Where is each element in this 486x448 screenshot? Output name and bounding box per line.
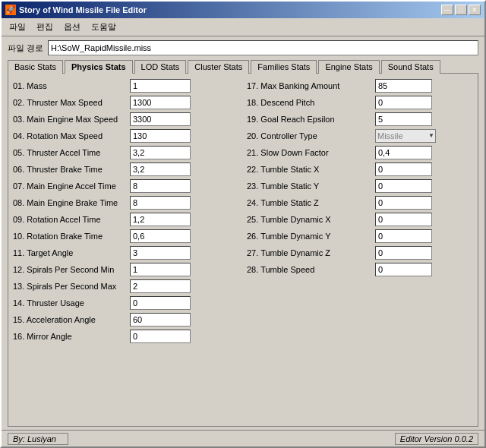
- field-row-18: 18. Descend Pitch: [247, 95, 473, 109]
- file-path-label: 파일 경로: [8, 43, 43, 54]
- field-row-10: 10. Rotation Brake Time: [13, 229, 239, 243]
- tab-cluster-stats[interactable]: Cluster Stats: [188, 60, 249, 74]
- field-input-04[interactable]: [130, 129, 191, 143]
- tab-physics-stats[interactable]: Physics Stats: [65, 60, 133, 74]
- field-input-07[interactable]: [130, 179, 191, 193]
- window-title: Story of Wind Missile File Editor: [19, 5, 147, 14]
- field-label-15: 15. Acceleration Angle: [13, 315, 127, 324]
- field-label-09: 09. Rotation Accel Time: [13, 215, 127, 224]
- field-input-05[interactable]: [130, 146, 191, 159]
- app-icon: 🚀: [5, 5, 16, 15]
- field-label-22: 22. Tumble Static X: [247, 165, 372, 174]
- field-row-13: 13. Spirals Per Second Max: [13, 279, 239, 293]
- field-input-02[interactable]: [130, 96, 191, 109]
- field-row-07: 07. Main Engine Accel Time: [13, 178, 239, 193]
- field-input-16[interactable]: [130, 330, 191, 343]
- field-label-06: 06. Thruster Brake Time: [13, 165, 127, 174]
- field-input-06[interactable]: [130, 162, 191, 176]
- field-input-21[interactable]: [375, 146, 432, 159]
- field-label-24: 24. Tumble Static Z: [247, 198, 372, 207]
- field-row-24: 24. Tumble Static Z: [247, 195, 473, 210]
- field-input-25[interactable]: [375, 213, 432, 226]
- field-label-10: 10. Rotation Brake Time: [13, 232, 127, 241]
- field-input-28[interactable]: [375, 263, 432, 276]
- maximize-button[interactable]: □: [455, 5, 467, 15]
- close-button[interactable]: ✕: [469, 5, 481, 15]
- menu-file[interactable]: 파일: [5, 20, 30, 34]
- field-label-21: 21. Slow Down Factor: [247, 148, 372, 157]
- field-label-12: 12. Spirals Per Second Min: [13, 265, 127, 274]
- main-window: 🚀 Story of Wind Missile File Editor — □ …: [0, 0, 486, 448]
- field-label-08: 08. Main Engine Brake Time: [13, 198, 127, 207]
- status-author: By: Lusiyan: [8, 433, 68, 445]
- field-label-25: 25. Tumble Dynamic X: [247, 215, 372, 224]
- field-input-27[interactable]: [375, 246, 432, 260]
- field-label-05: 05. Thruster Accel Time: [13, 148, 127, 157]
- menu-help[interactable]: 도움말: [87, 20, 121, 34]
- field-input-14[interactable]: [130, 296, 191, 310]
- file-path-row: 파일 경로: [2, 36, 484, 59]
- field-row-17: 17. Max Banking Amount: [247, 78, 473, 93]
- status-bar: By: Lusiyan Editor Version 0.0.2: [2, 430, 484, 446]
- field-row-06: 06. Thruster Brake Time: [13, 162, 239, 176]
- field-input-13[interactable]: [130, 279, 191, 293]
- field-input-19[interactable]: [375, 112, 432, 126]
- field-label-14: 14. Thruster Usage: [13, 298, 127, 308]
- left-column: 01. Mass 02. Thruster Max Speed 03. Main…: [13, 78, 239, 421]
- menu-options[interactable]: 옵션: [59, 20, 85, 34]
- field-row-03: 03. Main Engine Max Speed: [13, 112, 239, 126]
- field-label-20: 20. Controller Type: [247, 131, 372, 140]
- field-row-19: 19. Goal Reach Epsilon: [247, 112, 473, 126]
- field-row-28: 28. Tumble Speed: [247, 262, 473, 276]
- minimize-button[interactable]: —: [441, 5, 453, 15]
- field-input-15[interactable]: [130, 313, 191, 327]
- field-input-01[interactable]: [130, 79, 191, 93]
- field-label-01: 01. Mass: [13, 81, 127, 90]
- field-row-21: 21. Slow Down Factor: [247, 145, 473, 159]
- file-path-input[interactable]: [48, 40, 478, 55]
- field-label-13: 13. Spirals Per Second Max: [13, 282, 127, 291]
- field-input-03[interactable]: [130, 112, 191, 126]
- field-label-18: 18. Descend Pitch: [247, 98, 372, 107]
- field-label-07: 07. Main Engine Accel Time: [13, 181, 127, 191]
- controller-type-select[interactable]: Missile: [375, 129, 436, 143]
- field-row-02: 02. Thruster Max Speed: [13, 95, 239, 109]
- title-bar: 🚀 Story of Wind Missile File Editor — □ …: [2, 2, 484, 18]
- field-input-17[interactable]: [375, 79, 432, 93]
- field-input-10[interactable]: [130, 229, 191, 243]
- field-row-20: 20. Controller Type Missile ▼: [247, 128, 473, 143]
- field-input-11[interactable]: [130, 246, 191, 260]
- field-input-23[interactable]: [375, 179, 432, 193]
- field-row-04: 04. Rotation Max Speed: [13, 128, 239, 143]
- tab-lod-stats[interactable]: LOD Stats: [134, 60, 187, 74]
- field-row-16: 16. Mirror Angle: [13, 329, 239, 343]
- field-input-24[interactable]: [375, 196, 432, 210]
- field-row-08: 08. Main Engine Brake Time: [13, 195, 239, 210]
- field-input-22[interactable]: [375, 162, 432, 176]
- field-label-11: 11. Target Angle: [13, 248, 127, 257]
- field-row-22: 22. Tumble Static X: [247, 162, 473, 176]
- controller-type-wrapper: Missile ▼: [375, 129, 436, 143]
- tab-engine-stats[interactable]: Engine Stats: [318, 60, 379, 74]
- field-label-04: 04. Rotation Max Speed: [13, 131, 127, 140]
- field-input-12[interactable]: [130, 263, 191, 276]
- field-input-18[interactable]: [375, 96, 432, 109]
- field-label-23: 23. Tumble Static Y: [247, 181, 372, 191]
- tab-basic-stats[interactable]: Basic Stats: [8, 60, 63, 74]
- field-row-15: 15. Acceleration Angle: [13, 312, 239, 327]
- tab-families-stats[interactable]: Families Stats: [251, 60, 317, 74]
- field-input-08[interactable]: [130, 196, 191, 210]
- field-label-27: 27. Tumble Dynamic Z: [247, 248, 372, 257]
- tabs-row: Basic Stats Physics Stats LOD Stats Clus…: [2, 59, 484, 73]
- field-label-26: 26. Tumble Dynamic Y: [247, 232, 372, 241]
- field-row-09: 09. Rotation Accel Time: [13, 212, 239, 226]
- field-row-27: 27. Tumble Dynamic Z: [247, 245, 473, 260]
- menu-edit[interactable]: 편집: [32, 20, 58, 34]
- field-input-09[interactable]: [130, 213, 191, 226]
- field-label-02: 02. Thruster Max Speed: [13, 98, 127, 107]
- content-area: 01. Mass 02. Thruster Max Speed 03. Main…: [8, 73, 478, 427]
- field-input-26[interactable]: [375, 229, 432, 243]
- title-bar-left: 🚀 Story of Wind Missile File Editor: [5, 5, 147, 15]
- tab-sound-stats[interactable]: Sound Stats: [381, 60, 440, 74]
- field-row-25: 25. Tumble Dynamic X: [247, 212, 473, 226]
